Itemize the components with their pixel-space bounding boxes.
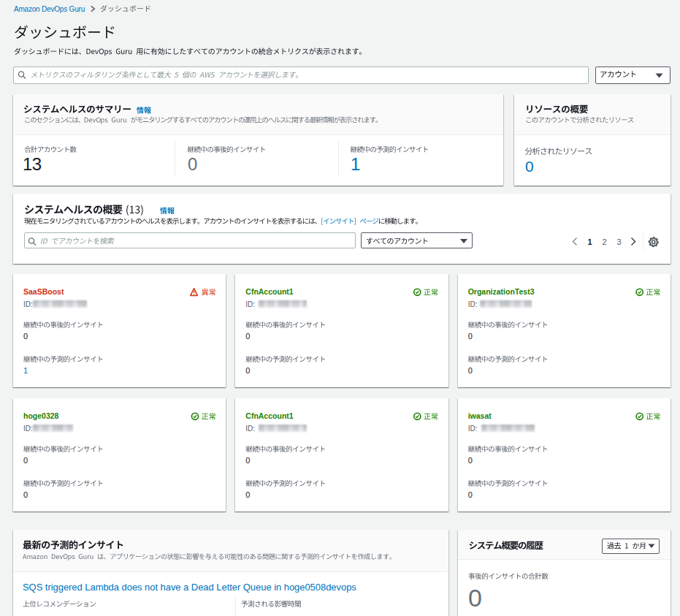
svg-text:0: 0 [525,158,534,175]
svg-text:0: 0 [468,490,473,499]
svg-text:ID:: ID: [245,300,255,308]
svg-text:3: 3 [617,237,622,246]
svg-text:ID:: ID: [245,425,255,433]
svg-text:1: 1 [23,366,28,375]
svg-text:CfnAccount1: CfnAccount1 [245,287,293,296]
svg-text:0: 0 [245,490,250,499]
svg-text:1: 1 [351,154,360,174]
svg-text:SaaSBoost: SaaSBoost [23,287,64,296]
svg-text:0: 0 [23,490,28,499]
svg-text:0: 0 [245,332,250,341]
svg-text:0: 0 [468,366,473,375]
svg-text:CfnAccount1: CfnAccount1 [245,411,293,420]
svg-text:13: 13 [23,154,42,174]
svg-text:ID:: ID: [468,425,478,433]
svg-text:ID:: ID: [23,425,33,433]
svg-text:iwasat: iwasat [468,411,492,420]
svg-text:2: 2 [603,237,607,246]
svg-text:ID:: ID: [468,300,478,308]
svg-text:0: 0 [23,332,28,341]
svg-text:SQS triggered Lambda does not: SQS triggered Lambda does not have a Dea… [23,582,356,593]
svg-text:1: 1 [588,237,592,246]
svg-text:0: 0 [468,456,473,465]
svg-text:0: 0 [245,366,250,375]
svg-text:0: 0 [245,456,250,465]
svg-text:hoge0328: hoge0328 [23,411,59,420]
svg-text:0: 0 [188,154,197,174]
svg-text:OrganizationTest3: OrganizationTest3 [468,287,535,296]
svg-text:ID:: ID: [23,300,33,308]
svg-text:0: 0 [468,332,473,341]
svg-text:0: 0 [23,456,28,465]
svg-text:0: 0 [468,584,482,612]
svg-text:Amazon DevOps Guru: Amazon DevOps Guru [14,5,85,13]
